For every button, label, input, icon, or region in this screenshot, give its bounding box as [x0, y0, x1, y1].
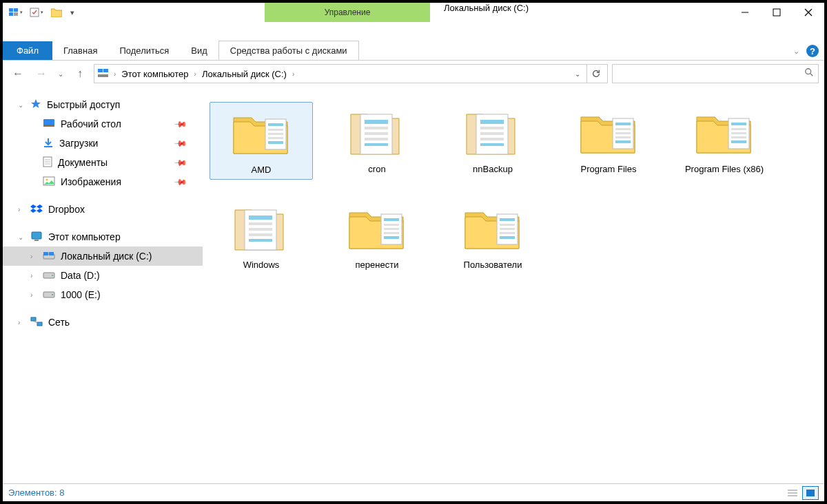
drive-icon [43, 251, 55, 262]
nav-recent-dropdown[interactable]: ⌄ [55, 64, 66, 83]
svg-rect-2 [9, 12, 13, 16]
tab-file[interactable]: Файл [3, 41, 52, 60]
pin-icon: 📌 [174, 117, 188, 132]
chevron-right-icon[interactable]: › [30, 291, 39, 299]
chevron-down-icon[interactable]: ⌄ [18, 101, 26, 109]
breadcrumb-sep-icon[interactable]: › [193, 70, 198, 78]
this-pc-icon [30, 231, 43, 244]
search-icon[interactable] [804, 67, 814, 80]
folder-item[interactable]: перенести [325, 198, 429, 274]
qat-properties-icon[interactable]: ▾ [26, 4, 45, 21]
chevron-right-icon[interactable]: › [30, 272, 39, 280]
quick-access-star-icon [30, 98, 41, 112]
tab-view[interactable]: Вид [180, 41, 218, 60]
maximize-button[interactable] [761, 3, 793, 22]
folder-icon [460, 200, 526, 255]
chevron-right-icon[interactable]: › [30, 253, 39, 260]
sidebar-local-disk-c[interactable]: › Локальный диск (C:) [3, 246, 203, 266]
svg-rect-74 [384, 224, 399, 226]
drive-icon [43, 270, 55, 281]
tab-home[interactable]: Главная [52, 41, 108, 60]
chevron-right-icon[interactable]: › [18, 319, 26, 326]
qat-customize-icon[interactable]: ▾ [68, 4, 77, 21]
breadcrumb-this-pc[interactable]: Этот компьютер [120, 69, 190, 79]
network-icon [30, 317, 43, 328]
dropbox-icon [30, 203, 43, 216]
window-title: Локальный диск (C:) [444, 3, 529, 13]
svg-rect-79 [500, 218, 515, 221]
sidebar-item-label: Dropbox [48, 204, 85, 215]
svg-rect-33 [31, 317, 36, 321]
folder-item[interactable]: cron [325, 102, 429, 180]
svg-rect-28 [49, 252, 54, 255]
view-details-button[interactable] [784, 486, 801, 500]
folder-item[interactable]: Program Files [557, 102, 660, 180]
qat-new-folder-icon[interactable] [47, 4, 66, 21]
folder-item[interactable]: Program Files (x86) [673, 102, 776, 180]
file-pane[interactable]: AMDcronnnBackupProgram FilesProgram File… [203, 87, 824, 483]
sidebar-item-label: Сеть [48, 317, 70, 328]
folder-item[interactable]: Пользователи [441, 198, 544, 274]
refresh-button[interactable] [586, 65, 604, 83]
view-large-icons-button[interactable] [802, 486, 819, 500]
svg-rect-75 [384, 228, 399, 230]
address-bar[interactable]: › Этот компьютер › Локальный диск (C:) ›… [94, 64, 608, 83]
pin-icon: 📌 [174, 136, 188, 151]
svg-rect-87 [806, 490, 815, 496]
folder-name: перенести [356, 260, 399, 271]
sidebar-pictures[interactable]: Изображения 📌 [3, 172, 203, 191]
status-items-count: 8 [59, 487, 64, 498]
breadcrumb-sep-icon[interactable]: › [112, 70, 117, 78]
sidebar-data-d[interactable]: › Data (D:) [3, 266, 203, 285]
svg-rect-0 [9, 8, 13, 12]
sidebar-item-label: Рабочий стол [61, 118, 121, 129]
sidebar-network[interactable]: › Сеть [3, 313, 203, 332]
sidebar-downloads[interactable]: Загрузки 📌 [3, 134, 203, 153]
folder-item[interactable]: AMD [210, 102, 313, 180]
svg-point-12 [806, 69, 811, 74]
sidebar-data-e[interactable]: › 1000 (E:) [3, 285, 203, 304]
folder-icon [460, 105, 526, 160]
help-icon[interactable]: ? [806, 45, 819, 57]
sidebar-item-label: Быстрый доступ [47, 99, 120, 110]
svg-rect-27 [43, 252, 48, 255]
folder-item[interactable]: nnBackup [441, 102, 544, 180]
tab-share[interactable]: Поделиться [108, 41, 180, 60]
svg-marker-14 [31, 99, 41, 108]
folder-name: cron [368, 164, 385, 176]
pin-icon: 📌 [174, 156, 188, 170]
nav-up-button[interactable]: ↑ [70, 64, 90, 83]
qat-this-pc-icon[interactable]: ▾ [6, 4, 25, 21]
search-input[interactable] [617, 69, 804, 79]
sidebar-desktop[interactable]: Рабочий стол 📌 [3, 114, 203, 134]
sidebar-documents[interactable]: Документы 📌 [3, 153, 203, 172]
svg-rect-3 [14, 12, 18, 16]
svg-rect-6 [773, 9, 780, 16]
breadcrumb-local-disk[interactable]: Локальный диск (C:) [201, 69, 288, 79]
sidebar-item-label: Изображения [61, 176, 121, 187]
ribbon-expand-icon[interactable]: ⌄ [793, 47, 799, 56]
breadcrumb-sep-icon[interactable]: › [291, 70, 296, 78]
svg-rect-64 [731, 136, 746, 138]
svg-rect-1 [14, 8, 18, 12]
address-history-dropdown[interactable]: ⌄ [569, 65, 586, 83]
tab-drive-tools[interactable]: Средства работы с дисками [218, 41, 359, 60]
chevron-right-icon[interactable]: › [18, 206, 26, 213]
svg-rect-38 [268, 129, 283, 131]
sidebar-item-label: Документы [58, 157, 108, 168]
sidebar-quick-access[interactable]: ⌄ Быстрый доступ [3, 95, 203, 114]
svg-rect-77 [384, 236, 399, 239]
minimize-button[interactable] [729, 3, 761, 22]
folder-item[interactable]: Windows [210, 198, 313, 274]
navigation-pane: ⌄ Быстрый доступ Рабочий стол 📌 Загрузки… [3, 87, 203, 483]
chevron-down-icon[interactable]: ⌄ [18, 233, 26, 241]
sidebar-this-pc[interactable]: ⌄ Этот компьютер [3, 227, 203, 246]
drive-icon [43, 289, 55, 300]
nav-back-button[interactable]: ← [8, 64, 28, 83]
svg-rect-11 [98, 74, 108, 77]
sidebar-dropbox[interactable]: › Dropbox [3, 200, 203, 219]
folder-name: Windows [243, 260, 280, 271]
close-button[interactable] [793, 3, 824, 22]
folder-name: AMD [252, 165, 272, 176]
svg-rect-55 [615, 123, 631, 125]
